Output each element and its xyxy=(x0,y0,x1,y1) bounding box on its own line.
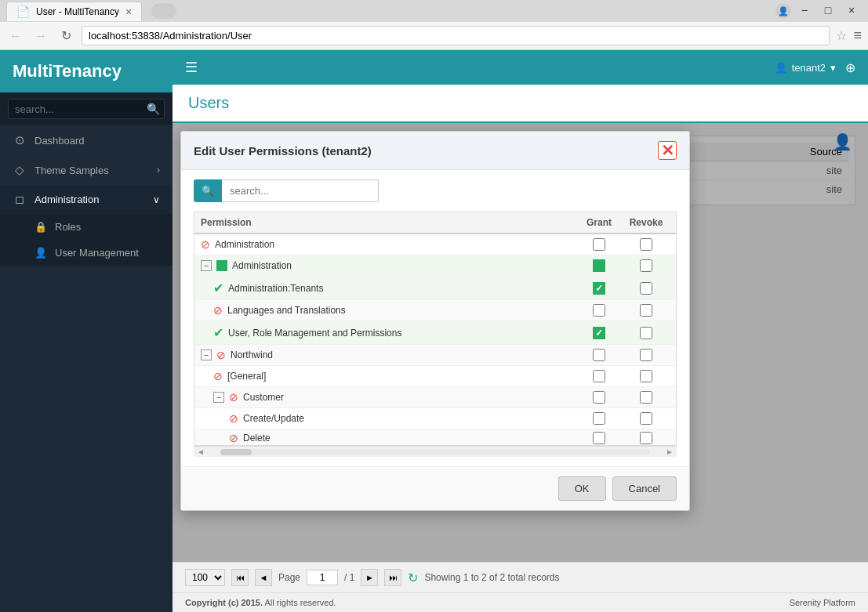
perm-row-admin-folder: − Administration xyxy=(194,255,676,277)
perm-revoke-lang-trans[interactable] xyxy=(623,304,670,317)
revoke-checkbox-admin-folder[interactable] xyxy=(640,259,652,272)
first-page-button[interactable]: ⏮ xyxy=(231,569,249,586)
grant-checkbox-northwind[interactable] xyxy=(593,349,605,361)
perm-revoke-admin-folder[interactable] xyxy=(623,259,670,272)
perm-revoke-northwind[interactable] xyxy=(623,349,670,361)
ok-button[interactable]: OK xyxy=(558,476,606,501)
revoke-checkbox-delete[interactable] xyxy=(640,432,652,444)
grant-checked-user-role[interactable]: ✓ xyxy=(593,327,605,339)
revoke-checkbox-customer[interactable] xyxy=(640,391,652,404)
browser-menu-icon[interactable]: ≡ xyxy=(853,27,862,44)
horizontal-scrollbar[interactable]: ◄ ► xyxy=(194,446,677,457)
admin-icon: □ xyxy=(13,193,27,206)
maximize-button[interactable]: □ xyxy=(818,3,838,17)
perm-revoke-customer[interactable] xyxy=(623,391,670,404)
dialog-search-input[interactable] xyxy=(222,179,379,202)
chevron-right-icon: › xyxy=(157,165,160,176)
browser-addressbar: ← → ↻ ☆ ≡ xyxy=(0,22,868,50)
next-page-button[interactable]: ► xyxy=(361,569,378,586)
bookmark-icon[interactable]: ☆ xyxy=(836,28,847,43)
grant-checkbox-create-update[interactable] xyxy=(593,412,605,425)
grant-checkbox-lang-trans[interactable] xyxy=(593,304,605,317)
refresh-button[interactable]: ↻ xyxy=(56,27,75,45)
page-size-select[interactable]: 100 xyxy=(185,569,225,586)
close-button[interactable]: × xyxy=(841,3,862,17)
scroll-thumb[interactable] xyxy=(220,449,252,455)
share-icon[interactable]: ⊕ xyxy=(845,60,855,75)
perm-label-lang-trans: Languages and Translations xyxy=(227,305,346,316)
sidebar-item-user-management[interactable]: 👤 User Management xyxy=(0,240,173,266)
revoke-checkbox-user-role[interactable] xyxy=(640,327,652,339)
collapse-icon-northwind[interactable]: − xyxy=(201,349,212,360)
tab-close-button[interactable]: × xyxy=(125,5,132,18)
no-icon-customer: ⊘ xyxy=(229,391,238,404)
grant-checkbox-delete[interactable] xyxy=(593,432,605,444)
dialog-close-button[interactable]: ✕ xyxy=(658,141,677,160)
perm-grant-northwind[interactable] xyxy=(576,349,623,361)
perm-revoke-user-role[interactable] xyxy=(623,327,670,339)
page-number-input[interactable] xyxy=(307,570,338,585)
sidebar-item-administration[interactable]: □ Administration ∨ xyxy=(0,185,173,214)
grant-checked-admin-tenants[interactable]: ✓ xyxy=(593,282,605,295)
sidebar-item-roles[interactable]: 🔒 Roles xyxy=(0,214,173,240)
revoke-checkbox-admin-banned[interactable] xyxy=(640,238,652,251)
no-icon-northwind: ⊘ xyxy=(216,349,226,361)
perm-row-admin-banned: ⊘ Administration xyxy=(194,234,676,255)
navbar-toggle-button[interactable]: ☰ xyxy=(185,59,198,76)
last-page-button[interactable]: ⏭ xyxy=(384,569,401,586)
perm-grant-admin-banned[interactable] xyxy=(576,238,623,251)
sidebar-search-inner: 🔍 xyxy=(8,99,165,119)
sidebar-item-label-admin: Administration xyxy=(35,194,99,205)
revoke-checkbox-admin-tenants[interactable] xyxy=(640,282,652,295)
collapse-icon-admin[interactable]: − xyxy=(201,260,212,271)
perm-revoke-create-update[interactable] xyxy=(623,412,670,425)
scroll-track xyxy=(220,449,650,455)
browser-tab[interactable]: 📄 User - MultiTenancy × xyxy=(6,2,142,21)
revoke-checkbox-lang-trans[interactable] xyxy=(640,304,652,317)
prev-page-button[interactable]: ◄ xyxy=(255,569,272,586)
perm-revoke-general[interactable] xyxy=(623,370,670,382)
minimize-button[interactable]: − xyxy=(794,3,815,17)
perm-revoke-delete[interactable] xyxy=(623,432,670,444)
scroll-right-arrow[interactable]: ► xyxy=(663,447,677,456)
perm-grant-general[interactable] xyxy=(576,370,623,382)
no-icon-general: ⊘ xyxy=(213,370,223,382)
collapse-icon-customer[interactable]: − xyxy=(213,392,224,403)
perm-grant-lang-trans[interactable] xyxy=(576,304,623,317)
perm-grant-create-update[interactable] xyxy=(576,412,623,425)
folder-icon-admin xyxy=(216,260,227,271)
revoke-checkbox-general[interactable] xyxy=(640,370,652,382)
revoke-checkbox-northwind[interactable] xyxy=(640,349,652,361)
grant-checkbox-general[interactable] xyxy=(593,370,605,382)
perm-revoke-admin-tenants[interactable] xyxy=(623,282,670,295)
perm-grant-delete[interactable] xyxy=(576,432,623,444)
back-button[interactable]: ← xyxy=(6,27,25,45)
perm-grant-customer[interactable] xyxy=(576,391,623,404)
navbar-username: tenant2 xyxy=(792,62,826,74)
new-tab-button[interactable] xyxy=(151,3,176,19)
permission-column-header: Permission xyxy=(201,217,576,228)
cancel-button[interactable]: Cancel xyxy=(612,476,677,501)
browser-window: 📄 User - MultiTenancy × 👤 − □ × ← → ↻ ☆ … xyxy=(0,0,868,612)
perm-label-create-update: Create/Update xyxy=(243,413,304,424)
perm-grant-user-role[interactable]: ✓ xyxy=(576,327,623,339)
navbar-user-menu[interactable]: 👤 tenant2 ▾ xyxy=(775,62,836,74)
perm-label-northwind: Northwind xyxy=(231,349,273,360)
forward-button[interactable]: → xyxy=(31,27,50,45)
perm-name-customer: − ⊘ Customer xyxy=(213,391,576,404)
grant-filled-admin-folder[interactable] xyxy=(593,259,605,272)
perm-grant-admin-tenants[interactable]: ✓ xyxy=(576,282,623,295)
revoke-checkbox-create-update[interactable] xyxy=(640,412,652,425)
refresh-results-icon[interactable]: ↻ xyxy=(408,570,418,585)
perm-revoke-admin-banned[interactable] xyxy=(623,238,670,251)
edit-permissions-dialog: Edit User Permissions (tenant2) ✕ 🔍 xyxy=(180,131,690,511)
url-bar[interactable] xyxy=(82,26,830,45)
perm-grant-admin-folder[interactable] xyxy=(576,259,623,272)
sidebar-item-dashboard[interactable]: ⊙ Dashboard xyxy=(0,125,173,155)
sidebar-search-input[interactable] xyxy=(15,103,147,115)
scroll-left-arrow[interactable]: ◄ xyxy=(194,447,208,456)
dialog-header: Edit User Permissions (tenant2) ✕ xyxy=(181,132,689,170)
grant-checkbox-customer[interactable] xyxy=(593,391,605,404)
grant-checkbox-admin-banned[interactable] xyxy=(593,238,605,251)
sidebar-item-theme-samples[interactable]: ◇ Theme Samples › xyxy=(0,155,173,185)
